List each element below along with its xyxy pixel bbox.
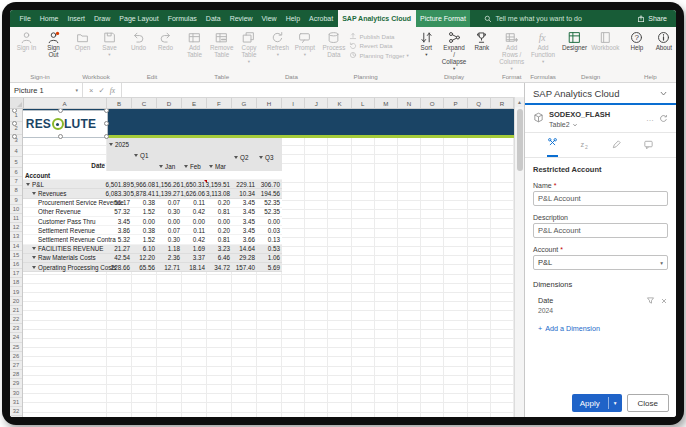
cell-value[interactable]: 3.37 [182, 254, 207, 262]
row-number[interactable]: 8 [10, 186, 22, 195]
row-label-other-revenue[interactable]: Other Revenue [38, 208, 81, 216]
cell-value[interactable]: 0.20 [207, 199, 232, 207]
row-number[interactable]: 20 [10, 297, 22, 306]
menu-tab-acrobat[interactable]: Acrobat [305, 10, 338, 27]
menu-tab-review[interactable]: Review [225, 10, 257, 27]
cell-value[interactable]: 3.23 [207, 245, 232, 253]
chevron-down-icon[interactable]: ▾ [609, 400, 622, 406]
planning-trigger-button[interactable]: Planning Trigger▾ [349, 51, 408, 59]
row-number[interactable]: 21 [10, 306, 22, 315]
column-header-b[interactable]: B [107, 98, 132, 108]
cell-value[interactable]: 0.38 [132, 199, 157, 207]
cell-value[interactable]: 0.42 [182, 208, 207, 216]
cell-value[interactable]: 56.17 [107, 199, 132, 207]
cell-value[interactable]: 2.36 [157, 254, 182, 262]
cell-value[interactable]: 42.54 [107, 254, 132, 262]
filter-icon[interactable] [646, 296, 655, 305]
header-cell-jan[interactable]: Jan [157, 161, 182, 171]
cell-value[interactable]: 1,139.27 [157, 189, 182, 197]
cell-value[interactable]: 0.30 [157, 235, 182, 243]
column-header-g[interactable]: G [232, 98, 257, 108]
remove-table-button[interactable]: Remove Table [208, 28, 235, 59]
menu-tab-insert[interactable]: Insert [63, 10, 90, 27]
header-cell-q3[interactable]: Q3 [257, 152, 282, 162]
cell-value[interactable]: 0.81 [207, 208, 232, 216]
cell-value[interactable]: 0.81 [207, 235, 232, 243]
selection-handle[interactable] [58, 109, 63, 113]
publish-data-button[interactable]: Publish Data [349, 32, 408, 40]
row-number[interactable]: 31 [10, 398, 22, 407]
cell-value[interactable]: 6,501.89 [107, 180, 132, 188]
column-header-p[interactable]: P [444, 98, 467, 108]
cell-value[interactable]: 0.53 [257, 245, 282, 253]
cell-value[interactable]: 0.38 [132, 226, 157, 234]
menu-tab-home[interactable]: Home [35, 10, 63, 27]
column-header-q[interactable]: Q [468, 98, 491, 108]
description-field[interactable]: P&L Account [533, 223, 668, 238]
cell-value[interactable]: 0.00 [207, 217, 232, 225]
styling-pen-icon[interactable] [611, 136, 622, 157]
builder-tools-icon[interactable] [547, 134, 558, 157]
row-number[interactable]: 26 [10, 352, 22, 361]
row-number[interactable]: 18 [10, 278, 22, 287]
cell-value[interactable]: 12.20 [132, 254, 157, 262]
enter-icon[interactable]: ✓ [98, 86, 104, 95]
row-label-customer-pass-thru[interactable]: Customer Pass Thru [38, 217, 96, 225]
vertical-scrollbar[interactable]: ▲ [514, 97, 524, 417]
table-row[interactable]: Revenues6,083.305,878.411,139.271,626.06… [23, 189, 282, 198]
cell-value[interactable]: 3.86 [107, 226, 132, 234]
column-header-m[interactable]: M [375, 98, 398, 108]
cell-value[interactable]: 1,650.31 [182, 180, 207, 188]
chevron-down-icon[interactable] [659, 89, 668, 98]
cell-value[interactable]: 1.69 [182, 245, 207, 253]
redo-button[interactable]: Redo [152, 28, 179, 52]
close-button[interactable]: Close [627, 394, 669, 412]
cell-value[interactable]: 306.70 [257, 180, 282, 188]
tell-me-search[interactable]: Tell me what you want to do [478, 10, 587, 27]
column-header-i[interactable]: I [282, 98, 305, 108]
copy-table-button[interactable]: Copy Table▾ [235, 28, 262, 65]
column-header-j[interactable]: J [305, 98, 328, 108]
table-row[interactable]: Customer Pass Thru3.450.000.000.000.003.… [23, 217, 282, 226]
row-number[interactable]: 13 [10, 232, 22, 241]
menu-tab-page-layout[interactable]: Page Layout [115, 10, 163, 27]
row-number[interactable]: 30 [10, 389, 22, 398]
column-header-h[interactable]: H [257, 98, 282, 108]
cell-value[interactable]: 5,878.41 [132, 189, 157, 197]
cell-value[interactable]: 0.42 [182, 235, 207, 243]
rank-button[interactable]: Rank [468, 28, 495, 52]
table-row[interactable]: FACILITIES REVENUE21.276.101.181.693.231… [23, 245, 282, 254]
table-row[interactable]: Other Revenue57.321.520.300.420.813.4552… [23, 208, 282, 217]
selection-handle[interactable] [104, 121, 109, 126]
row-number[interactable]: 23 [10, 324, 22, 333]
cell-value[interactable]: 0.03 [257, 226, 282, 234]
account-select[interactable]: P&L ▾ [533, 255, 668, 270]
add-rows-columns-button[interactable]: Add Rows / Columns▾ [497, 28, 526, 72]
selection-handle[interactable] [104, 109, 109, 113]
refresh-button[interactable]: Refresh▾ [264, 28, 291, 58]
cell-value[interactable]: 6.46 [207, 254, 232, 262]
cell-value[interactable]: 52.35 [257, 208, 282, 216]
cell-value[interactable]: 1.06 [257, 254, 282, 262]
row-number[interactable]: 24 [10, 333, 22, 342]
row-number[interactable]: 22 [10, 315, 22, 324]
drill-icon[interactable] [134, 154, 138, 157]
cell-value[interactable]: 0.00 [182, 217, 207, 225]
selection-handle[interactable] [12, 134, 17, 139]
more-icon[interactable]: … [646, 117, 654, 121]
header-cell-2025[interactable]: 2025 [107, 139, 132, 149]
sign-in-button[interactable]: Sign In [13, 28, 40, 52]
row-number[interactable]: 12 [10, 223, 22, 232]
header-cell-mar[interactable]: Mar [207, 161, 232, 171]
help-button[interactable]: ?Help [623, 28, 650, 52]
table-row[interactable]: Operating Processing Costs228.6665.5612.… [23, 263, 282, 272]
cell-value[interactable]: 0.00 [257, 217, 282, 225]
expand-collapse-button[interactable]: Expand / Collapse▾ [440, 28, 469, 72]
row-number[interactable]: 32 [10, 407, 22, 416]
insert-function-icon[interactable]: fx [110, 86, 115, 95]
selection-handle[interactable] [104, 134, 109, 139]
drill-icon[interactable] [32, 247, 36, 250]
remove-icon[interactable] [660, 297, 668, 305]
cell-value[interactable]: 3.45 [107, 217, 132, 225]
drill-icon[interactable] [234, 156, 238, 159]
